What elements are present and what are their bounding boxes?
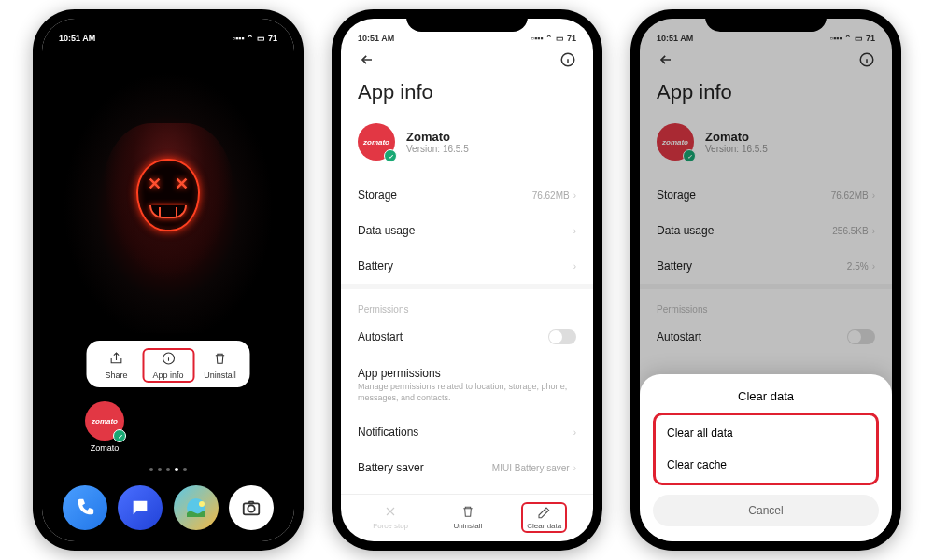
svg-point-6 [860, 53, 873, 66]
chevron-right-icon: › [573, 226, 576, 236]
battery-icon: ▭ 71 [556, 34, 576, 43]
status-time: 10:51 AM [59, 34, 95, 43]
sheet-options-highlight: Clear all data Clear cache [653, 413, 879, 485]
row-notifications[interactable]: Notifications › [341, 414, 593, 450]
svg-point-4 [248, 505, 255, 511]
wifi-icon: ⌃ [844, 34, 852, 43]
row-storage[interactable]: Storage 76.62MB› [341, 177, 593, 213]
dock-phone[interactable] [63, 485, 107, 530]
app-icon-zomato[interactable]: zomato✓ Zomato [85, 401, 124, 453]
row-battery[interactable]: Battery › [341, 248, 593, 284]
app-header: zomato✓ Zomato Version: 16.5.5 [640, 118, 892, 177]
zomato-icon: zomato✓ [358, 123, 395, 161]
phone-home-screen: 10:51 AM ▫▪▪▪ ⌃ ▭ 71 ✕ ✕ [33, 9, 304, 551]
dock-camera[interactable] [229, 485, 274, 530]
permissions-section-label: Permissions [640, 284, 892, 318]
app-name: Zomato [705, 130, 768, 144]
signal-icon: ▫▪▪▪ [531, 34, 544, 43]
context-app-info-label: App info [152, 371, 183, 380]
action-uninstall[interactable]: Uninstall [448, 502, 488, 532]
more-info-button[interactable] [559, 51, 576, 72]
dock-gallery[interactable] [174, 485, 219, 530]
context-app-info[interactable]: App info [142, 348, 194, 383]
zomato-icon: zomato✓ [85, 401, 124, 441]
context-share-label: Share [105, 371, 127, 380]
dock [42, 485, 294, 530]
row-storage: Storage 76.62MB› [640, 177, 892, 213]
autostart-toggle [847, 329, 875, 344]
app-name: Zomato [406, 130, 469, 144]
status-time: 10:51 AM [657, 34, 693, 43]
status-time: 10:51 AM [358, 34, 394, 43]
wifi-icon: ⌃ [545, 34, 553, 43]
back-button [657, 50, 675, 73]
row-battery-saver[interactable]: Battery saver MIUI Battery saver› [341, 450, 593, 485]
option-clear-all-data[interactable]: Clear all data [661, 417, 870, 449]
sheet-title: Clear data [653, 385, 879, 413]
app-context-menu: Share App info Uninstall [87, 341, 250, 387]
battery-icon: ▭ 71 [257, 34, 277, 43]
permissions-section-label: Permissions [341, 284, 593, 318]
trash-icon [213, 350, 228, 367]
phone-clear-data-dialog: 10:51 AM ▫▪▪▪ ⌃ ▭ 71 App info zomato✓ Zo… [630, 9, 901, 551]
battery-icon: ▭ 71 [855, 34, 875, 43]
action-force-stop: Force stop [367, 502, 414, 532]
page-title: App info [341, 73, 593, 118]
more-info-button [858, 51, 875, 72]
wifi-icon: ⌃ [247, 34, 254, 43]
chevron-right-icon: › [573, 427, 576, 438]
svg-point-2 [199, 501, 205, 507]
chevron-right-icon: › [573, 463, 576, 473]
dock-messages[interactable] [118, 485, 163, 530]
row-battery: Battery 2.5%› [640, 248, 892, 284]
app-badge-icon: ✓ [113, 429, 126, 442]
row-data-usage: Data usage 256.5KB› [640, 213, 892, 248]
notch [406, 9, 528, 32]
context-uninstall[interactable]: Uninstall [194, 348, 247, 382]
app-version: Version: 16.5.5 [705, 144, 768, 154]
notch [705, 9, 827, 32]
row-data-usage[interactable]: Data usage › [341, 213, 593, 248]
autostart-toggle[interactable] [548, 329, 576, 344]
share-icon [109, 350, 124, 367]
bottom-actions: Force stop Uninstall Clear data [341, 494, 593, 541]
row-autostart[interactable]: Autostart [341, 318, 593, 356]
page-title: App info [640, 73, 892, 118]
zomato-icon: zomato✓ [657, 123, 694, 161]
back-button[interactable] [358, 50, 376, 73]
signal-icon: ▫▪▪▪ [233, 34, 245, 43]
info-icon [161, 350, 176, 367]
app-version: Version: 16.5.5 [406, 144, 469, 154]
signal-icon: ▫▪▪▪ [830, 34, 842, 43]
context-uninstall-label: Uninstall [204, 371, 236, 380]
app-header: zomato✓ Zomato Version: 16.5.5 [341, 118, 593, 177]
app-label: Zomato [91, 443, 120, 453]
wallpaper-figure: ✕ ✕ [98, 123, 238, 310]
row-autostart: Autostart [640, 318, 892, 356]
option-clear-cache[interactable]: Clear cache [661, 449, 870, 481]
phone-app-info: 10:51 AM ▫▪▪▪ ⌃ ▭ 71 App info zomato✓ Zo… [332, 9, 602, 551]
chevron-right-icon: › [573, 190, 576, 201]
action-clear-data[interactable]: Clear data [521, 502, 567, 533]
chevron-right-icon: › [573, 261, 576, 272]
cancel-button[interactable]: Cancel [653, 495, 879, 526]
notch [107, 9, 229, 32]
context-share[interactable]: Share [91, 348, 143, 382]
page-indicator [149, 468, 187, 471]
clear-data-sheet: Clear data Clear all data Clear cache Ca… [640, 374, 892, 541]
row-app-permissions[interactable]: App permissions Manage permissions relat… [341, 356, 593, 414]
